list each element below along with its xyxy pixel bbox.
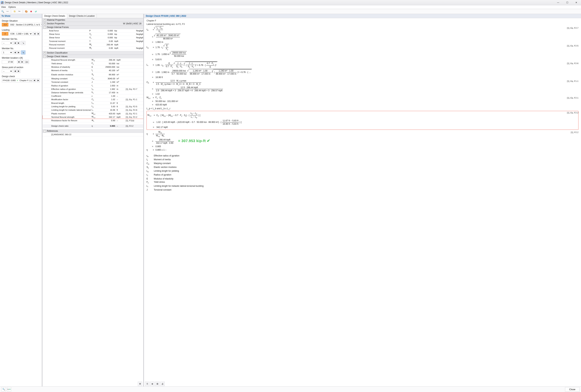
table-row: Modulus of elasticityE29000.000ksi bbox=[43, 65, 144, 69]
table-row: Warping constantCw3040.00in⁶ bbox=[43, 77, 144, 80]
stress-point-select[interactable]: -- bbox=[2, 69, 13, 73]
eq-cb: Cb= 12.5 · M_r,y,max2.5 · M_r,y,max + 3 … bbox=[146, 79, 567, 86]
ml-next[interactable]: ▶ bbox=[21, 60, 24, 64]
tab-details[interactable]: Design Check Details bbox=[42, 14, 67, 18]
symbol-list: rtsEffective radius of gyrationIzMoment … bbox=[146, 154, 578, 192]
middle-panel: Design Check Details Design Checks in Lo… bbox=[42, 14, 143, 386]
section-internal-forces[interactable]: − Design Internal Forces bbox=[42, 25, 143, 29]
expand-icon[interactable]: + bbox=[44, 52, 46, 54]
symbol-row: rtsEffective radius of gyration bbox=[146, 154, 578, 158]
symbol-row: CwWarping constant bbox=[146, 162, 578, 165]
symbol-row: LpLimiting length for yielding bbox=[146, 169, 578, 173]
member-no-label: Member No. bbox=[2, 47, 40, 50]
internal-forces-table: Axial forceP0.000kipNegligibleShear forc… bbox=[42, 29, 143, 50]
maximize-button[interactable]: ☐ bbox=[563, 0, 571, 5]
section-classification[interactable]: + Section Classification bbox=[42, 51, 143, 55]
member-loc-label: Member location x [ft] bbox=[2, 57, 40, 59]
collapse-icon[interactable]: − bbox=[44, 55, 46, 58]
print-icon[interactable]: 🖨 bbox=[160, 382, 165, 386]
design-check-result[interactable]: FF4100 0.865 ✓ Chapter F | Lateral-torsi… bbox=[2, 78, 32, 82]
tool-yellow-icon[interactable]: ⧉ bbox=[12, 9, 16, 13]
table-row: Plastic momentMp,y420.83kipft[1], Eq. F2… bbox=[43, 112, 144, 115]
left-panel: To Show Design Situation 2.3 DS2 - Secti… bbox=[0, 14, 42, 386]
ms-next[interactable]: ▶ bbox=[17, 41, 20, 45]
design-check-group: Design check FF4100 0.865 ✓ Chapter F | … bbox=[2, 75, 40, 82]
tool-colors-icon[interactable]: 🎨 bbox=[24, 9, 28, 13]
symbol-row: rzRadius of gyration bbox=[146, 173, 578, 177]
tab-in-location[interactable]: Design Checks in Location bbox=[67, 14, 97, 18]
dc-next[interactable]: ▶ bbox=[37, 79, 40, 82]
table-row: Axial forceP0.000kipNegligible bbox=[42, 29, 143, 32]
dc-prev[interactable]: ◀ bbox=[33, 79, 36, 82]
design-situation-label: Design Situation bbox=[2, 19, 40, 22]
table-row: Torsional constantJ1.240in⁴ bbox=[43, 80, 144, 84]
minimize-button[interactable]: — bbox=[554, 0, 562, 5]
tabs: Design Check Details Design Checks in Lo… bbox=[42, 14, 143, 18]
check-ok-icon: ✔ bbox=[207, 138, 210, 144]
load-prev[interactable]: ◀ bbox=[33, 32, 36, 35]
section-material-properties[interactable]: + Material Properties bbox=[42, 18, 143, 22]
close-dialog-button[interactable]: Close bbox=[565, 387, 580, 392]
loading-group: Loading 2 CO6 - 1.20D + 1.60L ◀ ▶ bbox=[2, 29, 40, 35]
tool-symbol-icon[interactable]: ✱ bbox=[29, 9, 33, 13]
stress-point-group: Stress point of section -- ◀ ▶ bbox=[2, 66, 40, 73]
result-callout: = 307.953 kip-ft ✔ bbox=[178, 138, 210, 144]
svg-rect-1 bbox=[1, 2, 2, 2]
tool-wave-icon[interactable]: 〜 bbox=[17, 9, 21, 13]
loading-select[interactable]: CO6 - 1.20D + 1.60L bbox=[9, 32, 32, 35]
table-row: Shear forceVy0.000kipNegligible bbox=[42, 32, 143, 36]
check-values-table: Required flexural strengthMr,y266.44kipf… bbox=[42, 58, 143, 128]
mid-toolbar: ⚙ bbox=[138, 382, 142, 386]
member-loc-input[interactable] bbox=[2, 60, 14, 64]
table-row: Resistance factor for flexureΦb0.90--[1]… bbox=[43, 119, 144, 122]
member-loc-x-icon[interactable]: x|xs bbox=[25, 60, 29, 64]
footer-zoom-icon[interactable]: 🔍 bbox=[2, 387, 6, 392]
loading-label: Loading bbox=[2, 29, 40, 31]
collapse-icon[interactable]: − bbox=[44, 130, 46, 132]
tool-zoom-icon[interactable]: 🔍 bbox=[1, 9, 5, 13]
member-set-label: Member Set No. bbox=[2, 38, 40, 40]
right-tool-2-icon[interactable]: ≣ bbox=[150, 382, 154, 386]
menu-view[interactable]: View bbox=[1, 6, 6, 8]
chapter-desc: Lateral-torsional buckling acc. to F2, F… bbox=[146, 23, 578, 26]
section-check-values[interactable]: − Design Check Values bbox=[42, 55, 143, 58]
table-row: Shear forceVz0.000kipNegligible bbox=[42, 36, 143, 39]
ratio-row: Design check ratioη0.865--≤ 1 ✓[1], F2.2 bbox=[43, 124, 144, 128]
symbol-row: FyYield stress bbox=[146, 180, 578, 184]
member-set-pick-icon[interactable]: ↘ bbox=[21, 41, 26, 45]
load-next[interactable]: ▶ bbox=[37, 32, 40, 35]
design-situation-select[interactable]: DS2 - Section 2.3 (LRFD), 1. to 5. bbox=[9, 23, 42, 26]
member-no-pick-icon[interactable]: ↘ bbox=[21, 50, 26, 54]
ml-prev[interactable]: ◀ bbox=[17, 60, 20, 64]
mn-next[interactable]: ▶ bbox=[17, 51, 20, 54]
formula-scroll[interactable]: Chapter F Lateral-torsional buckling acc… bbox=[144, 18, 581, 386]
tool-swap-icon[interactable]: ⇄ bbox=[34, 9, 38, 13]
design-situation-badge: 2.3 bbox=[2, 23, 8, 26]
right-tool-3-icon[interactable]: ⊞ bbox=[155, 382, 160, 386]
ms-prev[interactable]: ◀ bbox=[14, 41, 17, 45]
chapter-line: Chapter F bbox=[146, 19, 578, 22]
menu-options[interactable]: Options bbox=[8, 6, 16, 8]
symbol-row: JTorsional constant bbox=[146, 188, 578, 192]
symbol-row: EModulus of elasticity bbox=[146, 177, 578, 181]
mn-prev[interactable]: ◀ bbox=[14, 51, 17, 54]
expand-icon[interactable]: + bbox=[44, 22, 46, 25]
collapse-icon[interactable]: − bbox=[44, 26, 46, 28]
footer-decimals-icon[interactable]: 0,00 bbox=[7, 387, 11, 392]
member-set-select[interactable]: -- bbox=[2, 41, 13, 45]
right-tool-1-icon[interactable]: ⎘ bbox=[145, 382, 150, 386]
eq-lp: Lp= 1.76 · rz · EFy bbox=[146, 44, 567, 51]
expand-icon[interactable]: + bbox=[44, 19, 46, 21]
design-check-label: Design check bbox=[2, 75, 40, 78]
member-no-select[interactable]: 1 bbox=[2, 51, 13, 54]
sp-next[interactable]: ▶ bbox=[17, 69, 20, 73]
right-toolbar: ⎘ ≣ ⊞ 🖨 bbox=[145, 382, 165, 386]
mid-settings-icon[interactable]: ⚙ bbox=[138, 382, 142, 386]
section-references[interactable]: − References bbox=[42, 129, 143, 133]
sp-prev[interactable]: ◀ bbox=[14, 69, 17, 73]
close-button[interactable]: ✕ bbox=[572, 0, 580, 5]
table-row: Limiting length for inelastic lateral-to… bbox=[43, 108, 144, 112]
tool-member-icon[interactable]: 〰 bbox=[6, 9, 10, 13]
design-situation-group: Design Situation 2.3 DS2 - Section 2.3 (… bbox=[2, 19, 40, 26]
section-section-properties[interactable]: + Section Properties W 18x50 | AISC 16 bbox=[42, 22, 143, 25]
